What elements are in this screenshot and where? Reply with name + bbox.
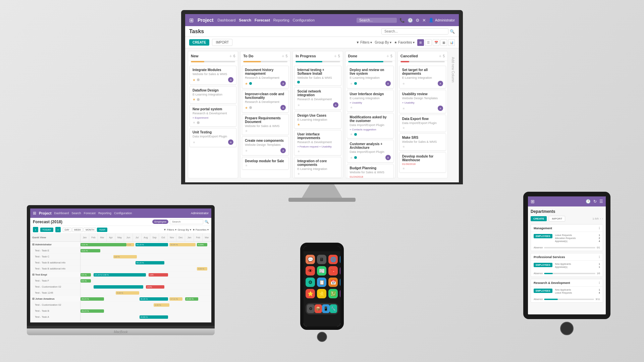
today-button[interactable]: TODAY [40, 228, 53, 232]
user-menu[interactable]: Administrator [429, 18, 455, 22]
gantt-row-task-b-add2[interactable]: Test - Task B additional info [30, 266, 80, 272]
phone-icon-news[interactable]: 📰 [317, 266, 326, 276]
card-usability-review[interactable]: Usability review Website Design Template… [399, 90, 446, 113]
bar-empl-total[interactable]: 8.5 % [80, 273, 91, 277]
year-button[interactable]: YEAR [97, 228, 107, 232]
card-develop-sale[interactable]: Develop module for Sale ★ [242, 157, 289, 170]
phone-icon-analytics[interactable]: 📊 [340, 289, 344, 298]
phone-icon-cloud[interactable]: ☁ [340, 255, 344, 264]
bar-admin-overlap[interactable]: 3.21 [126, 243, 134, 246]
gantt-view-icon[interactable]: ▦ [440, 39, 447, 46]
bar-cust02[interactable] [94, 285, 143, 289]
nav-reporting[interactable]: Reporting [273, 18, 289, 22]
employees-btn-professional[interactable]: EMPLOYEES [534, 263, 552, 267]
phone-icon-config[interactable]: ⚙ [306, 278, 315, 287]
gantt-row-task-e[interactable]: Test - Task E [30, 248, 80, 254]
star-icon[interactable]: ★ [193, 140, 196, 144]
col-add-inprogress[interactable]: + [334, 53, 337, 59]
tablet-refresh-icon[interactable]: ↻ [593, 199, 597, 204]
bar-admin-minor[interactable]: 4.69% [197, 243, 207, 246]
star-icon[interactable]: ★ [350, 82, 353, 85]
laptop-filter-btn[interactable]: ▼ Filters ▾ [164, 228, 176, 231]
gantt-row-johan[interactable]: ⊟ Johan Amadeus [30, 296, 80, 302]
import-button[interactable]: IMPORT [212, 39, 232, 46]
tablet-grid-icon[interactable]: ⊞ [531, 199, 535, 204]
star-icon[interactable]: ★ [245, 106, 248, 110]
nav-search-box[interactable]: Search... [357, 18, 397, 23]
graph-view-icon[interactable]: 📊 [448, 39, 455, 46]
phone-icon-screen[interactable]: 🖥 [317, 255, 326, 264]
card-dataflow-design[interactable]: Dataflow Design E-Learning Integration ★ [190, 86, 236, 104]
next-button[interactable]: › [55, 227, 61, 232]
phone-icon-browser[interactable]: 🌐 [328, 255, 338, 264]
star-icon[interactable]: ★ [402, 126, 405, 130]
phone-icon-settings[interactable]: ⚙ [340, 266, 344, 276]
card-integration-core[interactable]: Integration of core components E-Learnin… [294, 157, 341, 178]
col-add-todo[interactable]: + [282, 53, 284, 59]
card-internal-testing[interactable]: Internal testing + Software Install Webs… [294, 66, 341, 86]
phone-icon-view[interactable]: 👁 [306, 266, 315, 276]
card-new-portal[interactable]: New portal system Research & Development… [190, 105, 236, 127]
laptop-nav-dashboard[interactable]: Dashboard [54, 212, 69, 215]
bar-johan-total[interactable]: 29.24 % [80, 297, 104, 301]
card-prepare-req[interactable]: Prepare Requirements Document Website fo… [242, 114, 289, 135]
bar-cust02-red[interactable]: 142% [146, 285, 164, 289]
star-icon[interactable]: ★ [193, 98, 196, 101]
tablet-home-button[interactable] [560, 322, 574, 335]
card-data-export[interactable]: Data Export flow Data Import/Export Plug… [399, 115, 446, 132]
card-unit-testing[interactable]: Unit Testing Data Import/Export Plugin ★… [190, 128, 236, 147]
gantt-row-task-b-add1[interactable]: Test - Task B additional info [30, 260, 80, 266]
bar-task-b[interactable]: 29.24 % [80, 309, 104, 313]
bar-task-f[interactable]: 8.5 % [80, 279, 91, 283]
kanban-view-icon[interactable]: ⊞ [417, 39, 424, 46]
phone-icon-bookmarks[interactable]: 🔖 [328, 266, 338, 276]
card-develop-warehouse[interactable]: Develop module for Warehouse 01/30/2018 … [399, 152, 446, 173]
gantt-row-1245[interactable]: Test - Task 1245 [30, 290, 80, 296]
gantt-row-task-a[interactable]: Test - Task A [30, 314, 80, 320]
phone-home-button[interactable] [317, 332, 327, 342]
phone-icon-forms[interactable]: 📋 [317, 278, 326, 287]
card-modifications[interactable]: Modifications asked by the customer Data… [347, 113, 394, 138]
laptop-nav-config[interactable]: Configuration [114, 212, 132, 215]
star-icon[interactable]: ★ [350, 106, 353, 109]
star-icon[interactable]: ★ [402, 82, 405, 85]
dept-expand-icon[interactable]: ℹ [599, 226, 600, 230]
phone-icon-fav2[interactable]: ⭐ [317, 289, 326, 298]
gantt-row-task-c[interactable]: Test - Task C [30, 254, 80, 260]
col-add-new[interactable]: + [229, 53, 232, 59]
dock-icon-tools[interactable]: 🔧 [330, 304, 337, 313]
dept-expand-icon[interactable]: ℹ [599, 281, 600, 285]
card-social-network[interactable]: Social network integration Research & De… [294, 87, 341, 110]
tablet-create-btn[interactable]: CREATE [531, 216, 547, 221]
star-icon[interactable]: ★ [402, 145, 405, 148]
grid-icon[interactable]: ⊞ [189, 17, 194, 23]
card-set-target[interactable]: Set target for all deparments E-Learning… [399, 66, 446, 88]
card-create-components[interactable]: Create new components Website Design Tem… [242, 136, 289, 156]
laptop-search[interactable] [170, 219, 203, 224]
dock-icon-app[interactable]: 📱 [322, 304, 330, 313]
phone-icon-messages[interactable]: 💬 [306, 255, 315, 264]
bar-task-c[interactable]: null % [113, 255, 137, 258]
next-page-btn[interactable]: › [602, 217, 603, 220]
gantt-row-test-empl[interactable]: ⊟ Test Empl [30, 272, 80, 278]
bar-admin-total[interactable]: 3.21 % [80, 243, 126, 246]
bar-admin-secondary[interactable]: 50.84 % [169, 243, 196, 246]
gear-icon[interactable]: ⚙ [416, 18, 420, 23]
prev-button[interactable]: ‹ [33, 227, 38, 232]
laptop-nav-forecast[interactable]: Forecast [84, 212, 96, 215]
phone-icon-fav1[interactable]: ⭐ [306, 289, 315, 298]
laptop-groupby-btn[interactable]: Group By ▾ [178, 228, 191, 231]
bar-johan-main[interactable]: 46.35 % [140, 297, 168, 301]
nav-search[interactable]: Search [239, 18, 251, 22]
list-view-icon[interactable]: ☰ [425, 39, 432, 46]
card-ui-improvements[interactable]: User interface improvements Research & D… [294, 130, 341, 156]
group-by-button[interactable]: Group By ▾ [375, 41, 391, 44]
star-icon[interactable]: ★ [245, 129, 248, 133]
employee-filter[interactable]: Employee [152, 220, 168, 224]
bar-task-a[interactable]: 15.89 % [140, 315, 168, 319]
star-icon[interactable]: ★ [297, 172, 300, 176]
bar-johan-minor[interactable]: 15.69 % [185, 297, 198, 301]
favorites-button[interactable]: ★ Favorites ▾ [394, 41, 415, 44]
star-icon[interactable]: ★ [297, 123, 300, 126]
gantt-row-cust02[interactable]: Test - Customization 02 [30, 284, 80, 290]
